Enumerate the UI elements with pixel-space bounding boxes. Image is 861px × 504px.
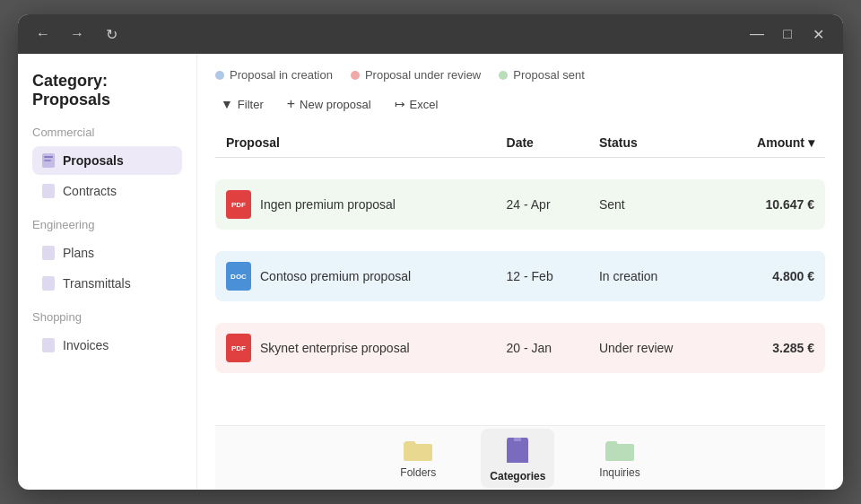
proposal-cell: PDF Ingen premium proposal — [215, 179, 496, 230]
file-icon-docx: DOC — [226, 262, 251, 291]
titlebar-window-controls: — □ ✕ — [744, 22, 831, 47]
maximize-button[interactable]: □ — [775, 22, 800, 47]
close-button[interactable]: ✕ — [805, 22, 831, 47]
titlebar-nav-controls: ← → ↻ — [30, 22, 124, 47]
new-proposal-label: New proposal — [300, 98, 371, 111]
folders-tab-icon — [402, 438, 434, 463]
filter-button[interactable]: ▼ Filter — [215, 93, 269, 115]
svg-rect-5 — [42, 276, 55, 291]
tab-folders-label: Folders — [400, 466, 436, 479]
date-cell: 20 - Jan — [496, 323, 588, 373]
proposal-name: Contoso premium proposal — [260, 269, 411, 283]
back-button[interactable]: ← — [30, 22, 56, 47]
toolbar: ▼ Filter + New proposal ↦ Excel — [215, 92, 825, 116]
categories-tab-icon — [501, 434, 534, 466]
excel-label: Excel — [410, 98, 439, 111]
tab-inquiries-label: Inquiries — [599, 466, 639, 479]
app-window: ← → ↻ — □ ✕ Category: Proposals Commerci… — [18, 14, 843, 490]
status-cell: In creation — [588, 251, 718, 301]
legend-dot-under-review — [351, 71, 360, 80]
svg-rect-4 — [42, 246, 55, 260]
legend: Proposal in creation Proposal under revi… — [215, 68, 825, 82]
export-icon: ↦ — [395, 97, 405, 111]
amount-cell: 10.647 € — [718, 179, 825, 230]
status-cell: Sent — [588, 179, 718, 230]
invoices-icon — [41, 337, 56, 353]
sidebar-item-contracts[interactable]: Contracts — [32, 177, 182, 205]
proposals-icon — [41, 152, 56, 169]
tab-categories-label: Categories — [490, 470, 545, 482]
proposal-cell: PDF Skynet enterprise proposal — [215, 323, 496, 373]
filter-icon: ▼ — [221, 97, 233, 111]
amount-cell: 3.285 € — [718, 323, 825, 373]
sidebar-item-invoices[interactable]: Invoices — [32, 331, 182, 360]
transmittals-icon — [41, 275, 56, 291]
section-label-commercial: Commercial — [32, 126, 182, 139]
legend-label-sent: Proposal sent — [513, 68, 585, 82]
add-icon: + — [287, 96, 295, 112]
excel-button[interactable]: ↦ Excel — [389, 93, 444, 115]
proposals-table: Proposal Date Status Amount ▾ — [215, 128, 825, 373]
minimize-button[interactable]: — — [744, 22, 770, 47]
legend-sent: Proposal sent — [499, 68, 585, 82]
legend-dot-sent — [499, 71, 508, 80]
content-area: Proposal in creation Proposal under revi… — [197, 54, 843, 490]
legend-label-in-creation: Proposal in creation — [230, 68, 333, 82]
col-header-proposal: Proposal — [215, 128, 496, 158]
col-header-amount[interactable]: Amount ▾ — [718, 128, 825, 158]
sidebar-item-invoices-label: Invoices — [63, 338, 109, 352]
bottom-tab-bar: Folders Categories Inquiries — [215, 425, 825, 490]
legend-in-creation: Proposal in creation — [215, 68, 333, 82]
col-header-status: Status — [588, 128, 718, 158]
table-row[interactable]: DOC Contoso premium proposal 12 - Feb In… — [215, 251, 825, 301]
page-title: Category: Proposals — [32, 72, 182, 109]
sidebar-item-transmittals-label: Transmittals — [63, 276, 131, 291]
legend-under-review: Proposal under review — [351, 68, 481, 82]
proposal-name: Skynet enterprise proposal — [260, 341, 410, 355]
tab-folders[interactable]: Folders — [391, 432, 445, 484]
plans-icon — [41, 245, 56, 261]
table-row[interactable]: PDF Skynet enterprise proposal 20 - Jan … — [215, 323, 825, 373]
proposals-table-container: Proposal Date Status Amount ▾ — [215, 128, 825, 425]
sidebar-item-contracts-label: Contracts — [63, 184, 117, 198]
table-row[interactable]: PDF Ingen premium proposal 24 - Apr Sent… — [215, 179, 825, 230]
amount-cell: 4.800 € — [718, 251, 825, 301]
contracts-icon — [41, 183, 56, 199]
svg-rect-2 — [44, 160, 51, 161]
filter-label: Filter — [238, 98, 264, 111]
file-icon-pdf: PDF — [226, 334, 251, 362]
file-icon-pdf: PDF — [226, 190, 251, 219]
new-proposal-button[interactable]: + New proposal — [282, 92, 377, 116]
titlebar: ← → ↻ — □ ✕ — [18, 14, 843, 54]
sidebar-item-proposals[interactable]: Proposals — [32, 146, 182, 175]
legend-label-under-review: Proposal under review — [365, 68, 481, 82]
forward-button[interactable]: → — [65, 22, 90, 47]
refresh-button[interactable]: ↻ — [99, 22, 124, 47]
table-header: Proposal Date Status Amount ▾ — [215, 128, 825, 158]
status-cell: Under review — [588, 323, 718, 373]
sidebar-item-proposals-label: Proposals — [63, 153, 124, 168]
svg-rect-6 — [42, 338, 55, 352]
proposal-name: Ingen premium proposal — [260, 197, 396, 212]
sidebar-item-plans-label: Plans — [63, 246, 94, 260]
legend-dot-in-creation — [215, 71, 224, 80]
main-area: Category: Proposals Commercial Proposals… — [18, 54, 843, 490]
sidebar-item-plans[interactable]: Plans — [32, 239, 182, 267]
svg-rect-3 — [42, 184, 55, 198]
date-cell: 24 - Apr — [496, 179, 588, 230]
sidebar-item-transmittals[interactable]: Transmittals — [32, 269, 182, 298]
section-label-engineering: Engineering — [32, 218, 182, 231]
date-cell: 12 - Feb — [496, 251, 588, 301]
tab-inquiries[interactable]: Inquiries — [590, 432, 648, 484]
proposal-cell: DOC Contoso premium proposal — [215, 251, 496, 301]
svg-rect-1 — [44, 156, 53, 158]
section-label-shopping: Shopping — [32, 310, 182, 324]
col-header-date: Date — [496, 128, 588, 158]
tab-categories[interactable]: Categories — [481, 429, 554, 488]
inquiries-tab-icon — [604, 438, 636, 463]
sort-icon: ▾ — [808, 135, 814, 150]
amount-label: Amount — [757, 135, 804, 150]
sidebar: Category: Proposals Commercial Proposals… — [18, 54, 197, 490]
table-body: PDF Ingen premium proposal 24 - Apr Sent… — [215, 158, 825, 373]
